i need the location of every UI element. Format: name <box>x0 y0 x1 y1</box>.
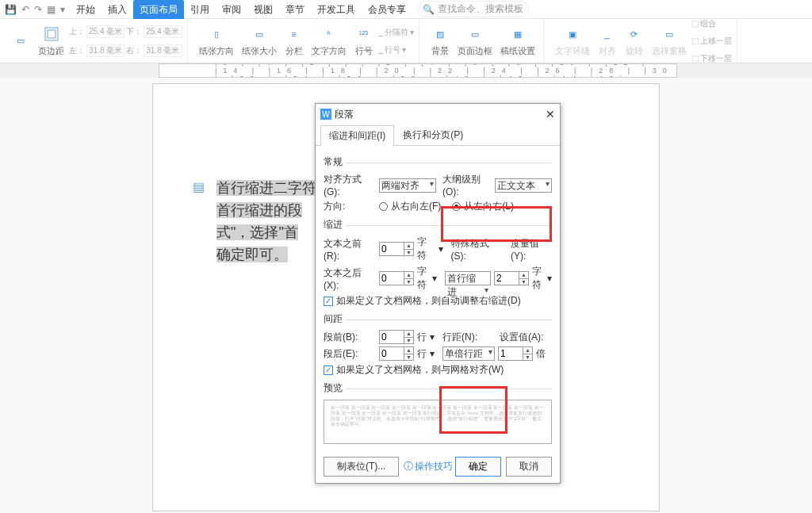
tab-page-layout[interactable]: 页面布局 <box>133 0 184 19</box>
metric-input[interactable] <box>494 271 519 285</box>
radio-ltr[interactable] <box>452 202 461 211</box>
tab-review[interactable]: 审阅 <box>216 0 247 19</box>
before-text-input[interactable] <box>379 242 404 256</box>
tab-insert[interactable]: 插入 <box>102 0 133 19</box>
rtl-label: 从右向左(F) <box>391 200 441 213</box>
size-button[interactable]: ▭纸张大小 <box>239 25 280 57</box>
outline-label: 大纲级别(O): <box>442 173 492 197</box>
space-after-input[interactable] <box>379 346 404 361</box>
columns-button[interactable]: ≡分栏 <box>282 25 307 57</box>
horizontal-ruler[interactable]: |6 | |4 | |2 | | | |2 | |4 | |6 | |8 | |… <box>159 63 677 78</box>
char-unit: 字符 <box>532 265 544 292</box>
background-button[interactable]: ▨背景 <box>427 25 453 57</box>
top-menubar: 💾 ↶ ↷ ▦ ▾ 开始 插入 页面布局 引用 审阅 视图 章节 开发工具 会员… <box>0 0 812 19</box>
special-format-label: 特殊格式(S): <box>451 237 501 262</box>
print-icon[interactable]: ▦ <box>47 4 56 15</box>
paragraph-mark-icon: ▤ <box>193 179 205 192</box>
margins-label: 页边距 <box>38 45 64 57</box>
after-text-label: 文本之后(X): <box>324 266 376 291</box>
space-before-input[interactable] <box>379 330 404 344</box>
space-before-label: 段前(B): <box>324 331 376 344</box>
section-spacing: 间距 <box>324 311 552 327</box>
spin-up-icon[interactable]: ▲ <box>404 347 413 354</box>
spin-down-icon[interactable]: ▼ <box>523 354 532 361</box>
save-icon[interactable]: 💾 <box>5 4 17 15</box>
close-icon[interactable]: ✕ <box>546 108 555 121</box>
section-indent: 缩进 <box>324 216 552 233</box>
ruler-area: |6 | |4 | |2 | | | |2 | |4 | |6 | |8 | |… <box>0 63 812 78</box>
before-text-label: 文本之前(R): <box>324 237 376 262</box>
align-label: 对齐方式(G): <box>324 173 376 197</box>
set-value-input[interactable] <box>498 346 523 361</box>
dialog-title: 段落 <box>335 108 354 121</box>
spin-up-icon[interactable]: ▲ <box>404 272 413 279</box>
svg-rect-0 <box>45 28 58 40</box>
app-icon: W <box>320 109 331 120</box>
dialog-titlebar[interactable]: W 段落 ✕ <box>316 104 560 124</box>
section-preview: 预览 <box>324 380 552 396</box>
tab-line-page-break[interactable]: 换行和分页(P) <box>394 124 472 145</box>
spin-up-icon[interactable]: ▲ <box>519 272 528 279</box>
auto-indent-checkbox[interactable]: ✓ 如果定义了文档网格，则自动调整右缩进(D) <box>324 294 552 308</box>
ltr-label: 从左向右(L) <box>464 200 514 213</box>
spin-down-icon[interactable]: ▼ <box>404 338 413 344</box>
margins-button[interactable]: 页边距 <box>35 25 67 57</box>
line-unit: 行 <box>417 331 427 344</box>
align-button[interactable]: ⎯对齐 <box>595 25 620 57</box>
spin-up-icon[interactable]: ▲ <box>404 331 413 338</box>
special-format-select[interactable]: 首行缩进 <box>445 271 491 285</box>
grid-align-checkbox[interactable]: ✓ 如果定义了文档网格，则与网格对齐(W) <box>324 363 552 377</box>
search-placeholder: 查找命令、搜索模板 <box>438 2 523 16</box>
tab-devtools[interactable]: 开发工具 <box>311 0 362 19</box>
tab-chapter[interactable]: 章节 <box>279 0 311 19</box>
spin-up-icon[interactable]: ▲ <box>404 243 413 250</box>
set-value-label: 设置值(A): <box>500 331 543 344</box>
tab-start[interactable]: 开始 <box>70 0 102 19</box>
cancel-button[interactable]: 取消 <box>506 457 552 477</box>
manuscript-button[interactable]: ▦稿纸设置 <box>497 25 538 57</box>
theme-button[interactable]: ▭ <box>8 32 33 51</box>
quick-access: 💾 ↶ ↷ ▦ ▾ <box>0 4 70 15</box>
tips-link[interactable]: ⓘ操作技巧 <box>404 460 453 473</box>
multiple-unit: 倍 <box>536 347 546 361</box>
rotate-button: ⟳旋转 <box>622 25 647 57</box>
tab-indent-spacing[interactable]: 缩进和间距(I) <box>320 125 394 146</box>
section-general: 常规 <box>324 154 552 170</box>
tab-view[interactable]: 视图 <box>247 0 279 19</box>
paragraph-dialog: W 段落 ✕ 缩进和间距(I) 换行和分页(P) 常规 对齐方式(G): 两端对… <box>315 103 561 484</box>
redo-icon[interactable]: ↷ <box>34 4 42 15</box>
tab-vip[interactable]: 会员专享 <box>362 0 412 19</box>
ribbon: ▭ 页边距 上：25.4 毫米下：25.4 毫米 左：31.8 毫米右：31.8… <box>0 19 812 63</box>
text-direction-button[interactable]: ᴬ文字方向 <box>308 25 350 57</box>
break-stack[interactable]: ⎯ 分隔符 ▾ ⎯ 行号 ▾ <box>378 25 414 58</box>
line-spacing-select[interactable]: 单倍行距 <box>442 346 495 361</box>
metric-label: 度量值(Y): <box>511 237 552 262</box>
spin-down-icon[interactable]: ▼ <box>519 279 528 285</box>
direction-label: 方向: <box>324 200 376 213</box>
select-pane-button[interactable]: ▭选择窗格 <box>649 25 690 57</box>
ok-button[interactable]: 确定 <box>455 457 501 477</box>
char-unit: 字符 <box>417 265 429 292</box>
page-border-button[interactable]: ▭页面边框 <box>454 25 496 57</box>
char-unit: 字符 <box>417 235 435 262</box>
orientation-button[interactable]: ▯纸张方向 <box>196 25 237 57</box>
line-spacing-label: 行距(N): <box>442 331 477 344</box>
spin-down-icon[interactable]: ▼ <box>404 250 413 256</box>
more-icon[interactable]: ▾ <box>60 4 65 15</box>
line-unit: 行 <box>417 347 427 361</box>
spin-down-icon[interactable]: ▼ <box>404 279 413 285</box>
after-text-input[interactable] <box>379 271 404 285</box>
spin-down-icon[interactable]: ▼ <box>404 354 413 361</box>
group-stack: ⬚ 组合 ⬚ 上移一层 ⬚ 下移一层 <box>691 16 732 67</box>
line-number-button[interactable]: ¹²³行号 <box>351 25 377 57</box>
tab-reference[interactable]: 引用 <box>184 0 216 19</box>
search-box[interactable]: 🔍 查找命令、搜索模板 <box>417 1 529 17</box>
spin-up-icon[interactable]: ▲ <box>523 347 532 354</box>
radio-rtl[interactable] <box>379 202 388 211</box>
align-select[interactable]: 两端对齐 <box>379 178 436 193</box>
info-icon: ⓘ <box>404 460 413 473</box>
search-icon: 🔍 <box>423 4 435 15</box>
tabstops-button[interactable]: 制表位(T)... <box>324 457 399 477</box>
outline-select[interactable]: 正文文本 <box>495 178 552 193</box>
undo-icon[interactable]: ↶ <box>21 4 29 15</box>
